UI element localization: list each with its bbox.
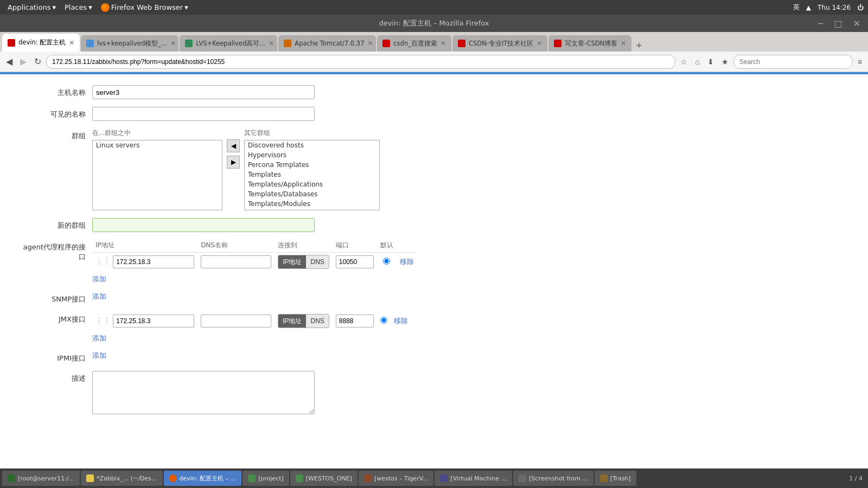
visible-name-label: 可见的名称	[22, 107, 92, 119]
tab-close-7[interactable]: ✕	[621, 40, 626, 47]
agent-connect-toggle: IP地址 DNS	[278, 255, 329, 269]
forward-button[interactable]: ▶	[17, 55, 29, 68]
new-tab-button[interactable]: +	[633, 40, 645, 52]
nav-bar: ◀ ▶ ↻ ☆ ⌂ ⬇ ★ ≡	[0, 52, 868, 72]
list-item[interactable]: Hypervisors	[245, 150, 379, 160]
hostname-input[interactable]	[92, 85, 315, 99]
minimize-button[interactable]: ─	[815, 17, 827, 30]
tab-tomcat[interactable]: Apache Tomcat/7.0.37 ✕	[278, 35, 376, 52]
agent-dns-btn[interactable]: DNS	[306, 255, 328, 268]
taskbar-item-screenshot[interactable]: [Screenshot from ...	[513, 471, 593, 486]
list-item[interactable]: Templates/Modules	[245, 199, 379, 209]
address-bar[interactable]	[46, 55, 675, 69]
taskbar-item-project[interactable]: [project]	[242, 471, 289, 486]
groups-in-list[interactable]: Linux servers	[92, 140, 222, 210]
agent-interface-label: agent代理程序的接口	[22, 240, 92, 262]
description-input[interactable]	[92, 371, 315, 414]
taskbar-item-vm[interactable]: [Virtual Machine ...	[435, 471, 512, 486]
tab-close-2[interactable]: ✕	[170, 40, 176, 47]
taskbar-label-2: *Zabbix_... (~/Des...	[97, 475, 157, 482]
jmx-port-input[interactable]	[336, 314, 374, 328]
drag-handle-icon[interactable]: ⋮⋮	[95, 257, 111, 266]
bookmark-button[interactable]: ★	[719, 56, 731, 68]
table-row: ⋮⋮ IP地址 DNS	[92, 253, 417, 272]
jmx-ip-input[interactable]	[113, 314, 194, 328]
list-item[interactable]: Percona Templates	[245, 160, 379, 170]
list-item[interactable]: Templates/Network Devices	[245, 209, 379, 210]
tab-close-1[interactable]: ✕	[69, 39, 74, 47]
places-label: Places	[65, 3, 87, 11]
westos-one-icon	[296, 474, 303, 482]
taskbar-label-8: [Screenshot from ...	[529, 475, 588, 482]
tab-csdn[interactable]: csdn_百度搜索 ✕	[377, 35, 451, 52]
drag-handle-icon[interactable]: ⋮⋮	[95, 316, 111, 325]
search-input[interactable]	[733, 55, 853, 69]
list-item[interactable]: Templates	[245, 170, 379, 179]
tab-lvs2[interactable]: LVS+Keepalived高可... ✕	[180, 35, 277, 52]
move-right-button[interactable]: ▶	[227, 156, 240, 169]
tab-csdn2[interactable]: CSDN-专业IT技术社区 ✕	[452, 35, 547, 52]
move-left-button[interactable]: ◀	[227, 139, 240, 152]
tab-close-6[interactable]: ✕	[537, 40, 542, 47]
taskbar-item-westos-one[interactable]: [WESTOS_ONE]	[290, 471, 358, 486]
list-item[interactable]: Linux servers	[93, 140, 222, 150]
list-item[interactable]: Templates/Applications	[245, 179, 379, 189]
tab-favicon-5	[382, 40, 390, 47]
tab-close-4[interactable]: ✕	[367, 40, 373, 47]
groups-other-list[interactable]: Discovered hosts Hypervisors Percona Tem…	[244, 140, 380, 210]
jmx-interface-row: JMX接口 ⋮⋮	[22, 312, 846, 343]
screenshot-icon	[519, 474, 526, 482]
power-icon[interactable]: ⏻	[857, 4, 864, 11]
project-icon	[248, 474, 256, 482]
jmx-add-link[interactable]: 添加	[92, 334, 106, 342]
places-menu[interactable]: Places ▾	[61, 2, 95, 12]
taskbar-item-terminal[interactable]: [root@server11:/...	[2, 471, 80, 486]
reload-button[interactable]: ↻	[31, 55, 44, 68]
jmx-default-radio[interactable]	[380, 317, 387, 324]
maximize-button[interactable]: □	[831, 17, 845, 30]
ipmi-interface-label: IPMI接口	[22, 351, 92, 363]
agent-remove-link[interactable]: 移除	[400, 258, 414, 266]
visible-name-input[interactable]	[92, 107, 315, 121]
tab-devin[interactable]: devin: 配置主机 ✕	[2, 34, 80, 52]
agent-interface-row: agent代理程序的接口 IP地址 DNS名称 连接到 端口 默认	[22, 240, 846, 284]
jmx-remove-link[interactable]: 移除	[394, 317, 408, 325]
tab-csdn3[interactable]: 写文章-CSDN博客 ✕	[548, 35, 631, 52]
close-button[interactable]: ✕	[850, 17, 864, 30]
agent-port-input[interactable]	[336, 255, 374, 268]
tab-close-5[interactable]: ✕	[441, 40, 446, 47]
agent-add-link[interactable]: 添加	[92, 275, 106, 283]
browser-menu[interactable]: Firefox Web Browser ▾	[98, 2, 192, 13]
home-button[interactable]: ⌂	[692, 56, 702, 68]
tab-lvs[interactable]: lvs+keepalived模型_... ✕	[81, 35, 178, 52]
agent-dns-input[interactable]	[201, 255, 271, 268]
list-item[interactable]: Templates/Databases	[245, 189, 379, 199]
menu-button[interactable]: ≡	[855, 56, 865, 68]
col-header-dns: DNS名称	[197, 240, 275, 253]
taskbar-item-browser[interactable]: devin: 配置主机 – ...	[164, 471, 241, 486]
jmx-ip-btn[interactable]: IP地址	[278, 314, 306, 328]
tab-close-3[interactable]: ✕	[269, 40, 274, 47]
bookmark-star-button[interactable]: ☆	[678, 56, 690, 68]
ipmi-add-link[interactable]: 添加	[92, 351, 106, 359]
agent-default-radio[interactable]	[383, 258, 390, 265]
taskbar-item-westos-tiger[interactable]: [westos – TigerV...	[359, 471, 433, 486]
taskbar-item-zabbix[interactable]: *Zabbix_... (~/Des...	[81, 471, 162, 486]
window-controls: ─ □ ✕	[815, 17, 864, 30]
jmx-dns-btn[interactable]: DNS	[306, 314, 328, 328]
agent-ip-input[interactable]	[113, 255, 194, 268]
tab-label-3: LVS+Keepalived高可...	[196, 40, 265, 48]
back-button[interactable]: ◀	[3, 55, 15, 68]
jmx-dns-input[interactable]	[201, 314, 271, 328]
apps-menu[interactable]: Applications ▾	[4, 2, 59, 12]
tab-favicon-6	[458, 40, 465, 47]
new-group-label: 新的群组	[22, 218, 92, 230]
download-button[interactable]: ⬇	[705, 56, 717, 68]
list-item[interactable]: Discovered hosts	[245, 140, 379, 150]
snmp-add-link[interactable]: 添加	[92, 292, 106, 300]
agent-ip-btn[interactable]: IP地址	[278, 255, 306, 268]
taskbar-label-6: [westos – TigerV...	[374, 475, 428, 482]
tab-label-4: Apache Tomcat/7.0.37	[295, 40, 364, 47]
new-group-input[interactable]	[92, 218, 315, 232]
taskbar-item-trash[interactable]: [Trash]	[595, 471, 636, 486]
